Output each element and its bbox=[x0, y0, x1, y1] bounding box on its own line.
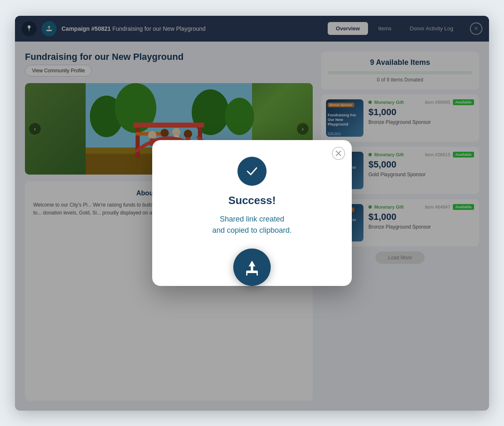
svg-rect-25 bbox=[257, 272, 258, 276]
success-check-icon bbox=[237, 157, 267, 186]
svg-marker-26 bbox=[249, 261, 255, 266]
modal-overlay: Success! Shared link createdand copied t… bbox=[15, 16, 489, 411]
svg-rect-27 bbox=[251, 266, 253, 271]
fab-spacer bbox=[173, 244, 331, 269]
modal-close-button[interactable] bbox=[332, 147, 345, 160]
browser-window: Campaign #50821 Fundraising for our New … bbox=[15, 16, 489, 411]
share-fab-button[interactable] bbox=[233, 249, 271, 286]
success-message: Shared link createdand copied to clipboa… bbox=[173, 214, 331, 236]
success-title: Success! bbox=[173, 194, 331, 207]
svg-rect-24 bbox=[246, 272, 247, 276]
success-modal: Success! Shared link createdand copied t… bbox=[152, 140, 352, 286]
